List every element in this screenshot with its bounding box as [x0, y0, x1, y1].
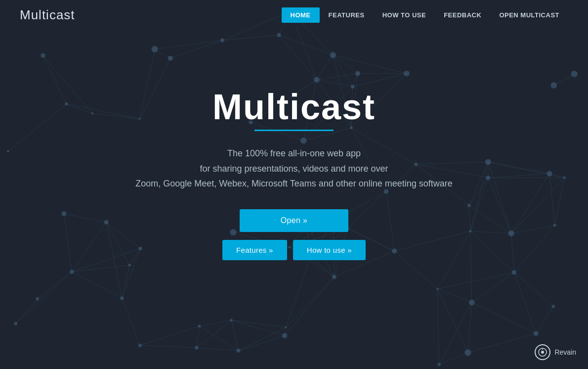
header: Multicast HOME FEATURES HOW TO USE FEEDB… — [0, 0, 588, 30]
hero-subtitle: The 100% free all-in-one web app for sha… — [135, 146, 453, 191]
nav-home[interactable]: HOME — [282, 7, 320, 23]
secondary-buttons: Features » How to use » — [222, 240, 366, 260]
hero-title: Multicast — [212, 89, 376, 125]
nav-how-to-use[interactable]: HOW TO USE — [374, 7, 435, 23]
main-nav: HOME FEATURES HOW TO USE FEEDBACK OPEN M… — [282, 7, 568, 23]
hero-underline — [254, 130, 334, 131]
revain-label: Revain — [554, 348, 576, 356]
revain-icon — [535, 344, 550, 360]
logo: Multicast — [20, 7, 75, 23]
svg-point-1 — [541, 351, 544, 354]
nav-features[interactable]: FEATURES — [320, 7, 374, 23]
features-button[interactable]: Features » — [222, 240, 287, 260]
revain-badge: Revain — [535, 344, 576, 360]
how-to-use-button[interactable]: How to use » — [293, 240, 366, 260]
nav-open-multicast[interactable]: OPEN MULTICAST — [490, 7, 568, 23]
hero-section: Multicast The 100% free all-in-one web a… — [0, 30, 588, 260]
open-button[interactable]: Open » — [240, 209, 348, 232]
nav-feedback[interactable]: FEEDBACK — [435, 7, 490, 23]
